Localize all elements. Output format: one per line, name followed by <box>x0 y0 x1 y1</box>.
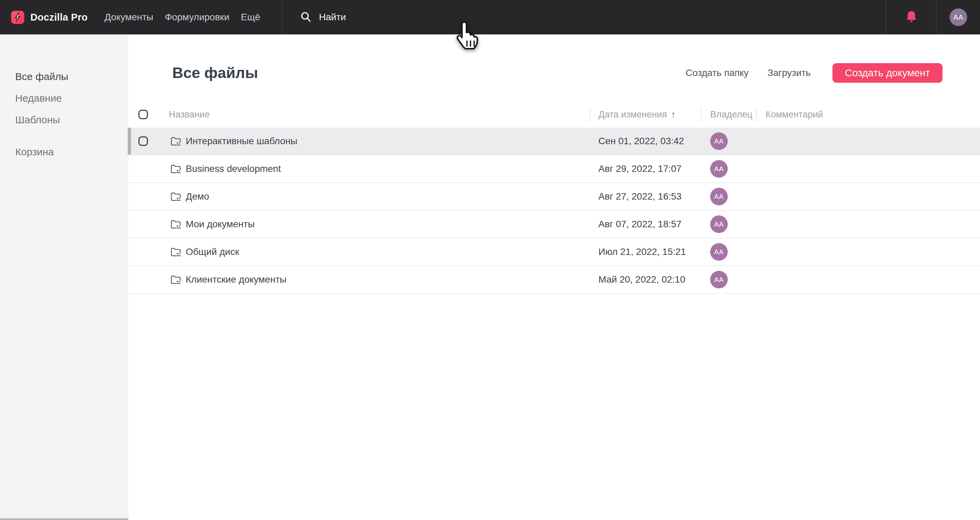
table-row[interactable]: Демо Авг 27, 2022, 16:53 AA <box>128 183 980 211</box>
modified-date: Авг 27, 2022, 16:53 <box>598 191 681 202</box>
sidebar-item-recent[interactable]: Недавние <box>15 92 128 104</box>
sort-ascending-icon[interactable]: ↑ <box>671 110 676 120</box>
column-header-owner[interactable]: Владелец <box>710 110 752 120</box>
folder-name: Общий диск <box>186 246 239 257</box>
shared-folder-icon <box>170 164 181 174</box>
table-header: Название Дата изменения ↑ Владелец Комме… <box>128 101 980 128</box>
top-bar: Doczilla Pro Документы Формулировки Ещё … <box>0 0 980 35</box>
shared-folder-icon <box>170 136 181 146</box>
sidebar-item-all-files[interactable]: Все файлы <box>15 71 128 83</box>
table-row[interactable]: Мои документы Авг 07, 2022, 18:57 AA <box>128 211 980 239</box>
modified-date: Май 20, 2022, 02:10 <box>598 274 685 285</box>
folder-name: Демо <box>186 191 209 202</box>
page-title: Все файлы <box>172 64 686 82</box>
shared-folder-icon <box>170 219 181 230</box>
sidebar-item-templates[interactable]: Шаблоны <box>15 114 128 126</box>
owner-avatar[interactable]: AA <box>710 243 728 261</box>
owner-avatar[interactable]: AA <box>710 132 728 150</box>
select-all-checkbox[interactable] <box>138 110 148 119</box>
folder-name: Клиентские документы <box>186 274 286 285</box>
table-row[interactable]: Business development Авг 29, 2022, 17:07… <box>128 155 980 183</box>
table-row[interactable]: Интерактивные шаблоны Сен 01, 2022, 03:4… <box>128 128 980 155</box>
folder-name: Business development <box>186 164 281 174</box>
modified-date: Авг 29, 2022, 17:07 <box>598 164 681 174</box>
nav-item-phrasings[interactable]: Формулировки <box>165 12 229 22</box>
owner-avatar[interactable]: AA <box>710 215 728 233</box>
lightning-bolt-icon <box>11 11 24 24</box>
search-icon <box>299 11 312 24</box>
notifications-button[interactable] <box>886 0 936 35</box>
column-header-name[interactable]: Название <box>169 110 210 120</box>
row-checkbox[interactable] <box>138 137 148 146</box>
owner-avatar[interactable]: AA <box>710 160 728 178</box>
modified-date: Авг 07, 2022, 18:57 <box>598 219 681 230</box>
table-row[interactable]: Клиентские документы Май 20, 2022, 02:10… <box>128 266 980 294</box>
search-bar[interactable] <box>282 0 886 35</box>
page-header: Все файлы Создать папку Загрузить Создат… <box>172 62 942 83</box>
folder-name: Интерактивные шаблоны <box>186 136 297 146</box>
brand-cluster: Doczilla Pro <box>0 0 88 35</box>
modified-date: Июл 21, 2022, 15:21 <box>598 246 686 257</box>
create-folder-button[interactable]: Создать папку <box>686 68 749 78</box>
column-header-modified[interactable]: Дата изменения <box>598 110 667 120</box>
nav-item-documents[interactable]: Документы <box>105 12 153 22</box>
top-nav: Документы Формулировки Ещё <box>105 0 260 35</box>
modified-date: Сен 01, 2022, 03:42 <box>598 136 684 146</box>
brand-title: Doczilla Pro <box>30 12 88 23</box>
doczilla-logo-icon[interactable] <box>11 11 24 24</box>
table-row[interactable]: Общий диск Июл 21, 2022, 15:21 AA <box>128 239 980 266</box>
owner-avatar[interactable]: AA <box>710 188 728 205</box>
main-content: Все файлы Создать папку Загрузить Создат… <box>128 35 980 520</box>
nav-item-more[interactable]: Ещё <box>241 12 260 22</box>
upload-button[interactable]: Загрузить <box>768 68 811 78</box>
search-input[interactable] <box>319 12 623 22</box>
bell-icon <box>905 10 918 24</box>
owner-avatar[interactable]: AA <box>710 271 728 288</box>
folder-name: Мои документы <box>186 219 255 230</box>
shared-folder-icon <box>170 274 181 285</box>
user-avatar[interactable]: AA <box>950 8 967 26</box>
create-document-button[interactable]: Создать документ <box>832 63 942 83</box>
shared-folder-icon <box>170 191 181 202</box>
sidebar: Все файлы Недавние Шаблоны Корзина <box>0 35 128 520</box>
sidebar-item-trash[interactable]: Корзина <box>15 146 128 158</box>
account-menu[interactable]: AA <box>936 0 980 35</box>
column-header-comment[interactable]: Комментарий <box>765 110 823 120</box>
shared-folder-icon <box>170 246 181 257</box>
